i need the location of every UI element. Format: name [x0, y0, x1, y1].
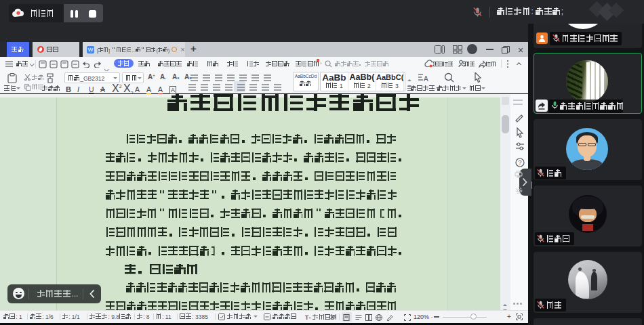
svg-text:A: A — [424, 75, 428, 83]
svg-text:?: ? — [519, 159, 522, 166]
